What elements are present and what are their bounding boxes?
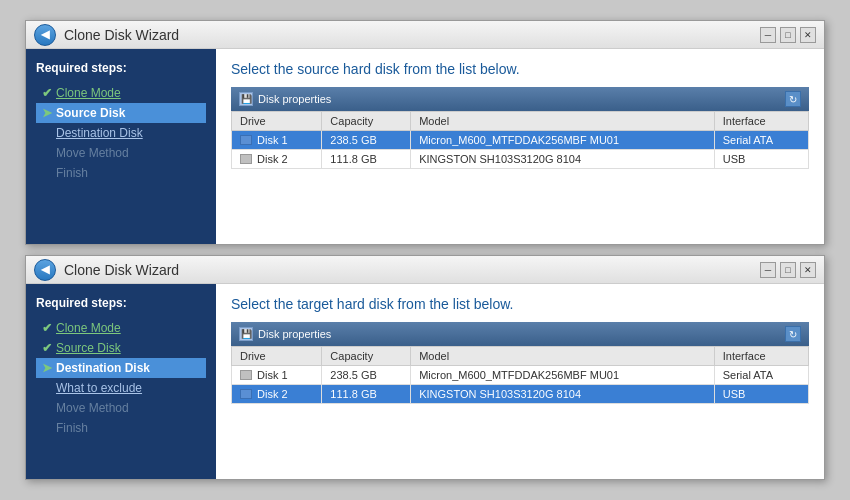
wizard-body-1: Required steps: ✔ Clone Mode ➤ Source Di…	[26, 49, 824, 244]
sidebar-link-source-disk-2[interactable]: Source Disk	[56, 341, 121, 355]
disk-properties-header-left-1: 💾 Disk properties	[239, 92, 331, 106]
refresh-icon-1[interactable]: ↻	[785, 91, 801, 107]
col-drive-2: Drive	[232, 347, 322, 366]
col-model-1: Model	[411, 112, 715, 131]
disk-header-icon-1: 💾	[239, 92, 253, 106]
main-title-2: Select the target hard disk from the lis…	[231, 296, 809, 312]
window2-title: Clone Disk Wizard	[64, 262, 179, 278]
drive-cell: Disk 2	[232, 150, 322, 169]
interface-cell: USB	[714, 150, 808, 169]
col-interface-2: Interface	[714, 347, 808, 366]
title-controls-2: ─ □ ✕	[760, 262, 816, 278]
main-content-2: Select the target hard disk from the lis…	[216, 284, 824, 479]
table-row[interactable]: Disk 1 238.5 GB Micron_M600_MTFDDAK256MB…	[232, 131, 809, 150]
close-button-2[interactable]: ✕	[800, 262, 816, 278]
sidebar-link-what-to-exclude-2[interactable]: What to exclude	[56, 381, 142, 395]
drive-cell: Disk 1	[232, 131, 322, 150]
sidebar-label-destination-disk-2: Destination Disk	[56, 361, 150, 375]
minimize-button-1[interactable]: ─	[760, 27, 776, 43]
title-bar-2: ◀ Clone Disk Wizard ─ □ ✕	[26, 256, 824, 284]
capacity-cell: 111.8 GB	[322, 150, 411, 169]
disk-row-icon	[240, 389, 252, 399]
sidebar-item-move-method-2: Move Method	[36, 398, 206, 418]
main-content-1: Select the source hard disk from the lis…	[216, 49, 824, 244]
disk-table-2: Drive Capacity Model Interface Disk 1 23…	[231, 346, 809, 404]
disk-row-icon	[240, 135, 252, 145]
title-bar-1: ◀ Clone Disk Wizard ─ □ ✕	[26, 21, 824, 49]
table-header-row-2: Drive Capacity Model Interface	[232, 347, 809, 366]
sidebar-label-move-method-2: Move Method	[56, 401, 129, 415]
table-row[interactable]: Disk 1 238.5 GB Micron_M600_MTFDDAK256MB…	[232, 366, 809, 385]
interface-cell: USB	[714, 385, 808, 404]
arrow-icon-1: ➤	[42, 106, 52, 120]
col-interface-1: Interface	[714, 112, 808, 131]
sidebar-link-clone-mode-1[interactable]: Clone Mode	[56, 86, 121, 100]
check-icon-1: ✔	[42, 86, 52, 100]
sidebar-label-source-disk-1: Source Disk	[56, 106, 125, 120]
check-icon-clone-2: ✔	[42, 321, 52, 335]
sidebar-item-clone-mode-1[interactable]: ✔ Clone Mode	[36, 83, 206, 103]
model-cell: KINGSTON SH103S3120G 8104	[411, 150, 715, 169]
sidebar-label-finish-2: Finish	[56, 421, 88, 435]
title-bar-left-2: ◀ Clone Disk Wizard	[34, 259, 179, 281]
disk-properties-header-1: 💾 Disk properties ↻	[231, 87, 809, 111]
model-cell: KINGSTON SH103S3120G 8104	[411, 385, 715, 404]
col-drive-1: Drive	[232, 112, 322, 131]
col-capacity-2: Capacity	[322, 347, 411, 366]
sidebar-label-finish-1: Finish	[56, 166, 88, 180]
disk-properties-label-2: Disk properties	[258, 328, 331, 340]
wizard-body-2: Required steps: ✔ Clone Mode ✔ Source Di…	[26, 284, 824, 479]
window1-title: Clone Disk Wizard	[64, 27, 179, 43]
sidebar-link-clone-mode-2[interactable]: Clone Mode	[56, 321, 121, 335]
col-model-2: Model	[411, 347, 715, 366]
wizard-window-1: ◀ Clone Disk Wizard ─ □ ✕ Required steps…	[25, 20, 825, 245]
maximize-button-1[interactable]: □	[780, 27, 796, 43]
disk-row-icon	[240, 370, 252, 380]
sidebar-label-move-method-1: Move Method	[56, 146, 129, 160]
back-button-1[interactable]: ◀	[34, 24, 56, 46]
sidebar-item-what-to-exclude-2[interactable]: What to exclude	[36, 378, 206, 398]
sidebar-item-clone-mode-2[interactable]: ✔ Clone Mode	[36, 318, 206, 338]
table-row[interactable]: Disk 2 111.8 GB KINGSTON SH103S3120G 810…	[232, 150, 809, 169]
disk-properties-label-1: Disk properties	[258, 93, 331, 105]
model-cell: Micron_M600_MTFDDAK256MBF MU01	[411, 366, 715, 385]
sidebar-title-2: Required steps:	[36, 296, 206, 310]
back-button-2[interactable]: ◀	[34, 259, 56, 281]
maximize-button-2[interactable]: □	[780, 262, 796, 278]
sidebar-item-finish-1: Finish	[36, 163, 206, 183]
col-capacity-1: Capacity	[322, 112, 411, 131]
disk-row-icon	[240, 154, 252, 164]
disk-properties-header-2: 💾 Disk properties ↻	[231, 322, 809, 346]
close-button-1[interactable]: ✕	[800, 27, 816, 43]
sidebar-1: Required steps: ✔ Clone Mode ➤ Source Di…	[26, 49, 216, 244]
refresh-icon-2[interactable]: ↻	[785, 326, 801, 342]
arrow-icon-2: ➤	[42, 361, 52, 375]
interface-cell: Serial ATA	[714, 131, 808, 150]
sidebar-item-destination-disk-1[interactable]: Destination Disk	[36, 123, 206, 143]
sidebar-item-finish-2: Finish	[36, 418, 206, 438]
check-icon-source-2: ✔	[42, 341, 52, 355]
disk-table-1: Drive Capacity Model Interface Disk 1 23…	[231, 111, 809, 169]
wizard-window-2: ◀ Clone Disk Wizard ─ □ ✕ Required steps…	[25, 255, 825, 480]
title-bar-left-1: ◀ Clone Disk Wizard	[34, 24, 179, 46]
table-header-row-1: Drive Capacity Model Interface	[232, 112, 809, 131]
model-cell: Micron_M600_MTFDDAK256MBF MU01	[411, 131, 715, 150]
minimize-button-2[interactable]: ─	[760, 262, 776, 278]
sidebar-2: Required steps: ✔ Clone Mode ✔ Source Di…	[26, 284, 216, 479]
sidebar-item-source-disk-2[interactable]: ✔ Source Disk	[36, 338, 206, 358]
sidebar-item-source-disk-1[interactable]: ➤ Source Disk	[36, 103, 206, 123]
sidebar-item-move-method-1: Move Method	[36, 143, 206, 163]
disk-header-icon-2: 💾	[239, 327, 253, 341]
main-title-1: Select the source hard disk from the lis…	[231, 61, 809, 77]
capacity-cell: 111.8 GB	[322, 385, 411, 404]
sidebar-link-destination-disk-1[interactable]: Destination Disk	[56, 126, 143, 140]
title-controls-1: ─ □ ✕	[760, 27, 816, 43]
capacity-cell: 238.5 GB	[322, 131, 411, 150]
capacity-cell: 238.5 GB	[322, 366, 411, 385]
drive-cell: Disk 1	[232, 366, 322, 385]
sidebar-item-destination-disk-2[interactable]: ➤ Destination Disk	[36, 358, 206, 378]
sidebar-title-1: Required steps:	[36, 61, 206, 75]
drive-cell: Disk 2	[232, 385, 322, 404]
interface-cell: Serial ATA	[714, 366, 808, 385]
table-row[interactable]: Disk 2 111.8 GB KINGSTON SH103S3120G 810…	[232, 385, 809, 404]
